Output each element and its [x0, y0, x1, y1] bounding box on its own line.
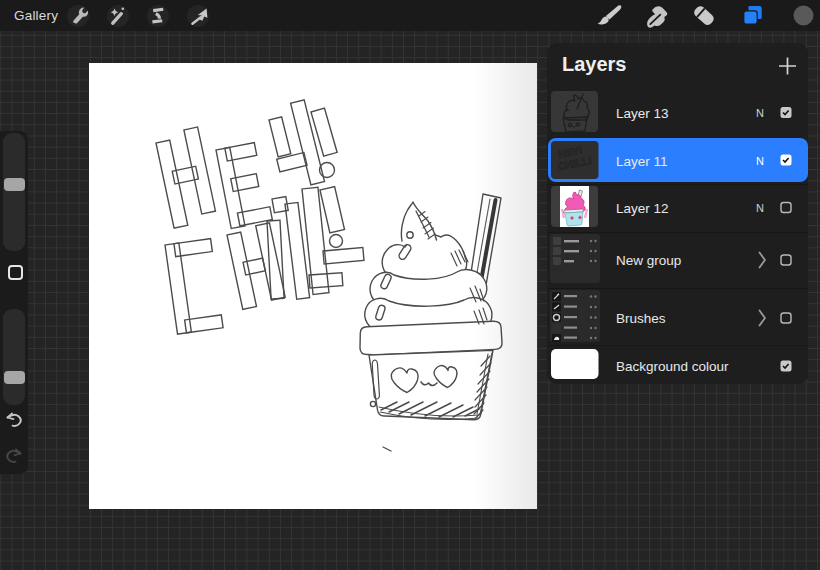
svg-text:N: N [756, 202, 764, 214]
svg-text:N: N [756, 155, 764, 167]
svg-text:N: N [756, 107, 764, 119]
